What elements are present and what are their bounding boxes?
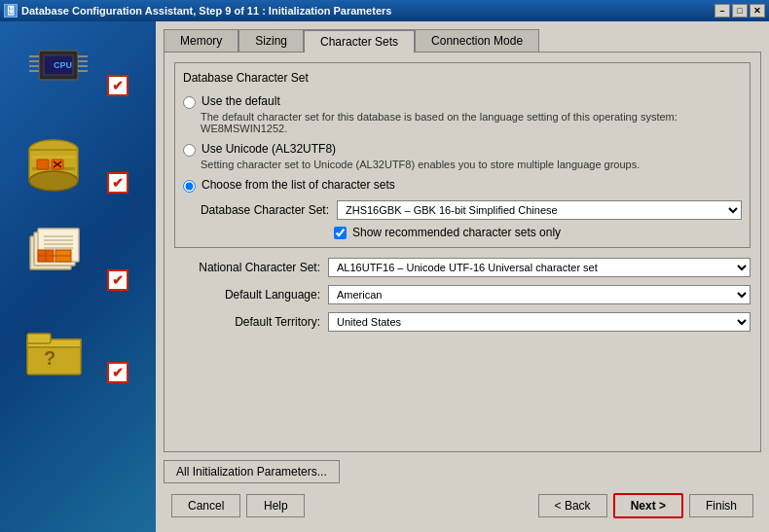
left-buttons: Cancel Help [171, 494, 305, 517]
svg-rect-33 [27, 334, 51, 343]
svg-text:?: ? [43, 347, 55, 369]
db-charset-section: Database Character Set Use the default T… [174, 62, 751, 248]
docs-icon-container [19, 138, 88, 196]
svg-rect-14 [32, 156, 75, 159]
default-territory-label: Default Territory: [174, 315, 320, 329]
svg-rect-16 [37, 160, 49, 169]
section-title: Database Character Set [183, 71, 742, 85]
radio-choose[interactable] [183, 180, 196, 193]
radio-default-label[interactable]: Use the default [201, 94, 280, 108]
radio-unicode-row: Use Unicode (AL32UTF8) Setting character… [183, 142, 742, 170]
default-language-label: Default Language: [174, 288, 320, 301]
tab-memory[interactable]: Memory [164, 29, 238, 52]
default-language-select[interactable]: American [328, 285, 751, 304]
close-button[interactable]: ✕ [750, 4, 765, 18]
tab-charsets[interactable]: Character Sets [304, 29, 415, 53]
back-button[interactable]: < Back [538, 494, 607, 517]
maximize-button[interactable]: □ [732, 4, 748, 18]
check-3: ✔ [107, 269, 128, 291]
recommended-checkbox[interactable] [334, 227, 347, 239]
radio-unicode-label[interactable]: Use Unicode (AL32UTF8) [201, 142, 336, 156]
minimize-button[interactable]: – [714, 4, 730, 18]
box-icon-container [19, 226, 88, 284]
all-params-button[interactable]: All Initialization Parameters... [164, 460, 340, 483]
national-charset-select[interactable]: AL16UTF16 – Unicode UTF-16 Universal cha… [328, 258, 751, 277]
all-params-container: All Initialization Parameters... [164, 452, 761, 487]
main-content: CPU ✔ [0, 21, 769, 532]
bottom-bar: Cancel Help < Back Next > Finish [164, 487, 761, 524]
db-charset-select[interactable]: ZHS16GBK – GBK 16-bit Simplified Chinese [337, 200, 742, 220]
radio-choose-label[interactable]: Choose from the list of character sets [201, 178, 395, 192]
default-territory-select[interactable]: United States [328, 312, 751, 332]
right-panel: Memory Sizing Character Sets Connection … [156, 21, 769, 532]
window-controls: – □ ✕ [714, 4, 765, 18]
sidebar: CPU ✔ [0, 21, 156, 532]
title-bar: 🗄 Database Configuration Assistant, Step… [0, 0, 769, 21]
recommended-label[interactable]: Show recommended character sets only [352, 226, 561, 239]
nav-buttons: < Back Next > Finish [538, 493, 753, 518]
radio-default-row: Use the default The default character se… [183, 94, 742, 134]
content-area: Database Character Set Use the default T… [164, 52, 761, 452]
national-charset-label: National Character Set: [174, 261, 320, 274]
chip-icon-container: CPU [19, 41, 97, 89]
radio-default-desc: The default character set for this datab… [201, 111, 742, 134]
next-button[interactable]: Next > [613, 493, 683, 518]
finish-button[interactable]: Finish [689, 494, 753, 517]
radio-default[interactable] [183, 96, 196, 109]
svg-point-13 [29, 171, 78, 191]
app-icon: 🗄 [4, 4, 18, 18]
help-button[interactable]: Help [246, 494, 305, 517]
cancel-button[interactable]: Cancel [171, 494, 240, 517]
radio-unicode[interactable] [183, 144, 196, 157]
db-charset-label: Database Character Set: [183, 203, 329, 217]
default-territory-row: Default Territory: United States [174, 312, 751, 332]
folder-icon-container: ? [19, 323, 88, 381]
national-charset-row: National Character Set: AL16UTF16 – Unic… [174, 258, 751, 277]
tab-bar: Memory Sizing Character Sets Connection … [164, 29, 761, 52]
radio-choose-row: Choose from the list of character sets [183, 178, 742, 193]
db-charset-row: Database Character Set: ZHS16GBK – GBK 1… [183, 200, 742, 220]
default-language-row: Default Language: American [174, 285, 751, 304]
radio-unicode-desc: Setting character set to Unicode (AL32UT… [201, 159, 742, 170]
checkbox-row: Show recommended character sets only [334, 226, 742, 239]
check-4: ✔ [107, 362, 128, 383]
window-title: Database Configuration Assistant, Step 9… [21, 5, 391, 17]
radio-group: Use the default The default character se… [183, 94, 742, 193]
check-2: ✔ [107, 172, 128, 194]
svg-text:CPU: CPU [54, 60, 72, 70]
tab-connmode[interactable]: Connection Mode [415, 29, 539, 52]
tab-sizing[interactable]: Sizing [238, 29, 304, 52]
check-1: ✔ [107, 75, 128, 96]
